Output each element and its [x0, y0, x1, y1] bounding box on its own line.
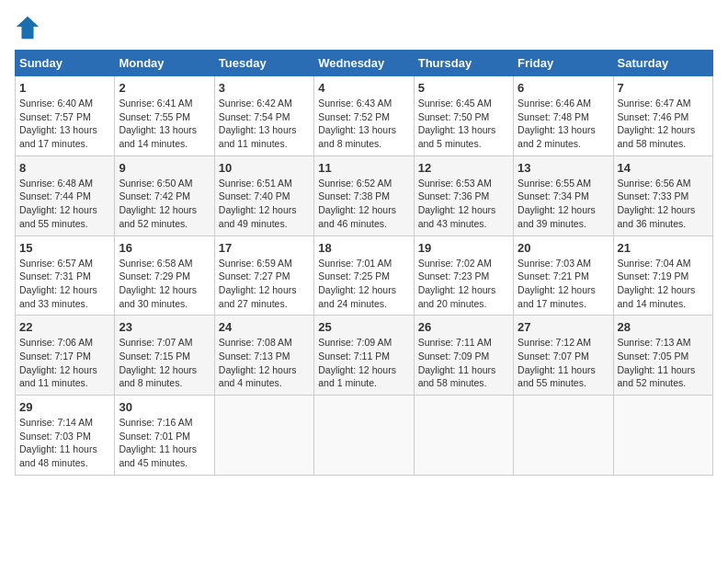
day-info: Sunrise: 6:46 AMSunset: 7:48 PMDaylight:… — [518, 97, 609, 151]
day-info: Sunrise: 7:12 AMSunset: 7:07 PMDaylight:… — [518, 336, 609, 390]
day-info: Sunrise: 6:52 AMSunset: 7:38 PMDaylight:… — [318, 177, 409, 231]
day-info: Sunrise: 7:07 AMSunset: 7:15 PMDaylight:… — [119, 336, 210, 390]
day-info: Sunrise: 6:50 AMSunset: 7:42 PMDaylight:… — [119, 177, 210, 231]
day-number: 24 — [219, 320, 310, 334]
calendar-cell: 12 Sunrise: 6:53 AMSunset: 7:36 PMDaylig… — [414, 155, 513, 236]
day-info: Sunrise: 6:42 AMSunset: 7:54 PMDaylight:… — [219, 97, 310, 151]
day-info: Sunrise: 6:55 AMSunset: 7:34 PMDaylight:… — [518, 177, 609, 231]
calendar-cell: 26 Sunrise: 7:11 AMSunset: 7:09 PMDaylig… — [414, 316, 513, 396]
day-number: 22 — [19, 320, 110, 334]
day-info: Sunrise: 6:48 AMSunset: 7:44 PMDaylight:… — [19, 177, 110, 231]
day-number: 28 — [618, 320, 709, 334]
calendar-week-row: 22 Sunrise: 7:06 AMSunset: 7:17 PMDaylig… — [16, 316, 713, 396]
calendar-cell: 21 Sunrise: 7:04 AMSunset: 7:19 PMDaylig… — [613, 236, 712, 316]
calendar-table: SundayMondayTuesdayWednesdayThursdayFrid… — [15, 50, 713, 476]
day-info: Sunrise: 6:57 AMSunset: 7:31 PMDaylight:… — [19, 257, 110, 311]
day-info: Sunrise: 7:11 AMSunset: 7:09 PMDaylight:… — [418, 336, 509, 390]
day-info: Sunrise: 6:45 AMSunset: 7:50 PMDaylight:… — [418, 97, 509, 151]
calendar-cell: 10 Sunrise: 6:51 AMSunset: 7:40 PMDaylig… — [214, 155, 313, 236]
day-number: 27 — [518, 320, 609, 334]
day-info: Sunrise: 7:04 AMSunset: 7:19 PMDaylight:… — [618, 257, 709, 311]
calendar-cell — [613, 396, 712, 476]
day-number: 26 — [418, 320, 509, 334]
day-number: 13 — [518, 161, 609, 175]
day-number: 17 — [219, 241, 310, 255]
calendar-cell: 30 Sunrise: 7:16 AMSunset: 7:01 PMDaylig… — [115, 396, 214, 476]
day-info: Sunrise: 6:51 AMSunset: 7:40 PMDaylight:… — [219, 177, 310, 231]
page-header — [15, 15, 713, 40]
day-info: Sunrise: 6:41 AMSunset: 7:55 PMDaylight:… — [119, 97, 210, 151]
weekday-header: Friday — [514, 51, 613, 76]
calendar-week-row: 15 Sunrise: 6:57 AMSunset: 7:31 PMDaylig… — [16, 236, 713, 316]
day-number: 23 — [119, 320, 210, 334]
day-number: 1 — [19, 81, 110, 95]
day-info: Sunrise: 7:09 AMSunset: 7:11 PMDaylight:… — [318, 336, 409, 390]
day-info: Sunrise: 7:13 AMSunset: 7:05 PMDaylight:… — [618, 336, 709, 390]
day-number: 14 — [618, 161, 709, 175]
calendar-cell: 3 Sunrise: 6:42 AMSunset: 7:54 PMDayligh… — [214, 76, 313, 156]
calendar-cell: 6 Sunrise: 6:46 AMSunset: 7:48 PMDayligh… — [514, 76, 613, 156]
day-info: Sunrise: 7:03 AMSunset: 7:21 PMDaylight:… — [518, 257, 609, 311]
weekday-header: Tuesday — [214, 51, 313, 76]
calendar-cell: 18 Sunrise: 7:01 AMSunset: 7:25 PMDaylig… — [314, 236, 414, 316]
calendar-week-row: 29 Sunrise: 7:14 AMSunset: 7:03 PMDaylig… — [16, 396, 713, 476]
calendar-header-row: SundayMondayTuesdayWednesdayThursdayFrid… — [16, 51, 713, 76]
day-number: 25 — [318, 320, 409, 334]
day-info: Sunrise: 7:16 AMSunset: 7:01 PMDaylight:… — [119, 416, 210, 470]
calendar-cell: 17 Sunrise: 6:59 AMSunset: 7:27 PMDaylig… — [214, 236, 313, 316]
calendar-cell: 19 Sunrise: 7:02 AMSunset: 7:23 PMDaylig… — [414, 236, 513, 316]
weekday-header: Sunday — [16, 51, 115, 76]
day-info: Sunrise: 6:47 AMSunset: 7:46 PMDaylight:… — [618, 97, 709, 151]
weekday-header: Wednesday — [314, 51, 414, 76]
day-number: 15 — [19, 241, 110, 255]
day-number: 12 — [418, 161, 509, 175]
calendar-cell: 29 Sunrise: 7:14 AMSunset: 7:03 PMDaylig… — [16, 396, 115, 476]
calendar-cell: 22 Sunrise: 7:06 AMSunset: 7:17 PMDaylig… — [16, 316, 115, 396]
weekday-header: Monday — [115, 51, 214, 76]
day-number: 8 — [19, 161, 110, 175]
calendar-week-row: 1 Sunrise: 6:40 AMSunset: 7:57 PMDayligh… — [16, 76, 713, 156]
day-number: 16 — [119, 241, 210, 255]
calendar-cell: 25 Sunrise: 7:09 AMSunset: 7:11 PMDaylig… — [314, 316, 414, 396]
day-number: 7 — [618, 81, 709, 95]
logo-icon — [15, 15, 40, 40]
day-number: 19 — [418, 241, 509, 255]
logo — [15, 15, 44, 40]
day-number: 5 — [418, 81, 509, 95]
day-info: Sunrise: 7:01 AMSunset: 7:25 PMDaylight:… — [318, 257, 409, 311]
day-number: 29 — [19, 400, 110, 414]
calendar-cell: 14 Sunrise: 6:56 AMSunset: 7:33 PMDaylig… — [613, 155, 712, 236]
calendar-cell — [214, 396, 313, 476]
calendar-cell: 1 Sunrise: 6:40 AMSunset: 7:57 PMDayligh… — [16, 76, 115, 156]
day-number: 10 — [219, 161, 310, 175]
day-number: 3 — [219, 81, 310, 95]
day-number: 2 — [119, 81, 210, 95]
calendar-cell: 15 Sunrise: 6:57 AMSunset: 7:31 PMDaylig… — [16, 236, 115, 316]
calendar-cell: 5 Sunrise: 6:45 AMSunset: 7:50 PMDayligh… — [414, 76, 513, 156]
calendar-cell: 4 Sunrise: 6:43 AMSunset: 7:52 PMDayligh… — [314, 76, 414, 156]
calendar-cell: 24 Sunrise: 7:08 AMSunset: 7:13 PMDaylig… — [214, 316, 313, 396]
calendar-cell: 13 Sunrise: 6:55 AMSunset: 7:34 PMDaylig… — [514, 155, 613, 236]
weekday-header: Thursday — [414, 51, 513, 76]
calendar-cell — [314, 396, 414, 476]
calendar-cell: 8 Sunrise: 6:48 AMSunset: 7:44 PMDayligh… — [16, 155, 115, 236]
day-info: Sunrise: 6:59 AMSunset: 7:27 PMDaylight:… — [219, 257, 310, 311]
calendar-cell: 2 Sunrise: 6:41 AMSunset: 7:55 PMDayligh… — [115, 76, 214, 156]
day-info: Sunrise: 6:43 AMSunset: 7:52 PMDaylight:… — [318, 97, 409, 151]
calendar-cell: 27 Sunrise: 7:12 AMSunset: 7:07 PMDaylig… — [514, 316, 613, 396]
day-info: Sunrise: 6:53 AMSunset: 7:36 PMDaylight:… — [418, 177, 509, 231]
calendar-cell: 7 Sunrise: 6:47 AMSunset: 7:46 PMDayligh… — [613, 76, 712, 156]
calendar-cell: 23 Sunrise: 7:07 AMSunset: 7:15 PMDaylig… — [115, 316, 214, 396]
day-number: 30 — [119, 400, 210, 414]
day-info: Sunrise: 7:02 AMSunset: 7:23 PMDaylight:… — [418, 257, 509, 311]
day-info: Sunrise: 7:08 AMSunset: 7:13 PMDaylight:… — [219, 336, 310, 390]
calendar-cell: 11 Sunrise: 6:52 AMSunset: 7:38 PMDaylig… — [314, 155, 414, 236]
calendar-cell: 16 Sunrise: 6:58 AMSunset: 7:29 PMDaylig… — [115, 236, 214, 316]
day-info: Sunrise: 7:14 AMSunset: 7:03 PMDaylight:… — [19, 416, 110, 470]
svg-marker-0 — [17, 17, 39, 39]
day-info: Sunrise: 7:06 AMSunset: 7:17 PMDaylight:… — [19, 336, 110, 390]
day-info: Sunrise: 6:40 AMSunset: 7:57 PMDaylight:… — [19, 97, 110, 151]
calendar-cell — [514, 396, 613, 476]
calendar-cell — [414, 396, 513, 476]
day-info: Sunrise: 6:56 AMSunset: 7:33 PMDaylight:… — [618, 177, 709, 231]
